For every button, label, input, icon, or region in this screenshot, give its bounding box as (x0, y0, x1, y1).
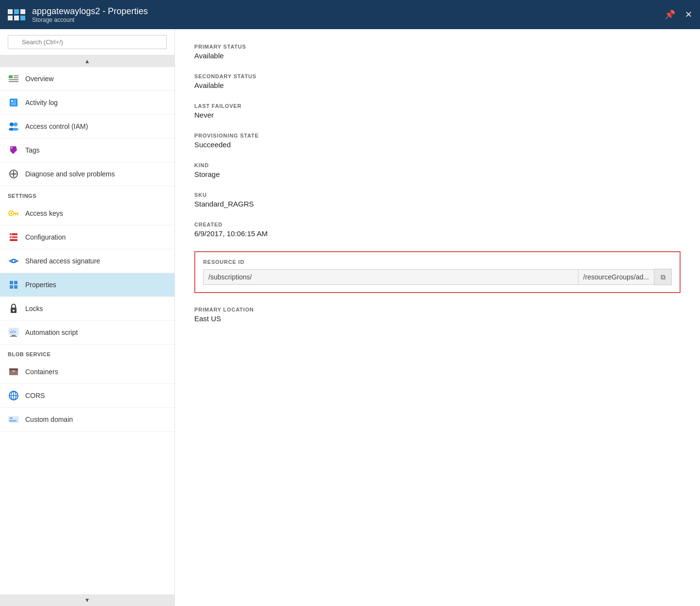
svg-rect-9 (11, 103, 16, 104)
sku-label: SKU (194, 192, 681, 198)
sidebar-item-shared-access-label: Shared access signature (25, 257, 100, 265)
scroll-down-arrow[interactable]: ▼ (0, 594, 174, 606)
sidebar-item-configuration[interactable]: Configuration (0, 225, 174, 249)
created-label: CREATED (194, 222, 681, 227)
cors-icon (8, 390, 19, 401)
sidebar-item-tags[interactable]: Tags (0, 139, 174, 162)
locks-icon (8, 303, 19, 314)
diagnose-icon (8, 168, 19, 180)
sidebar-item-locks-label: Locks (25, 305, 43, 312)
svg-rect-10 (11, 104, 16, 105)
last-failover-label: LAST FAILOVER (194, 103, 681, 109)
sidebar-item-custom-domain-label: Custom domain (25, 416, 73, 423)
svg-rect-6 (11, 100, 13, 102)
title-bar-actions: 📌 ✕ (665, 9, 692, 20)
sidebar-item-access-keys[interactable]: Access keys (0, 202, 174, 225)
sidebar-item-cors[interactable]: CORS (0, 384, 174, 408)
sidebar-item-access-control[interactable]: Access control (IAM) (0, 115, 174, 139)
svg-rect-31 (14, 281, 17, 284)
pin-button[interactable]: 📌 (665, 9, 675, 20)
sidebar-item-cors-label: CORS (25, 392, 45, 399)
activity-log-icon (8, 97, 19, 108)
content-area: PRIMARY STATUS Available SECONDARY STATU… (175, 29, 700, 606)
kind-value: Storage (194, 170, 681, 178)
tags-icon (8, 144, 19, 156)
secondary-status-group: SECONDARY STATUS Available (194, 73, 681, 89)
svg-rect-1 (14, 75, 18, 76)
primary-location-label: PRIMARY LOCATION (194, 307, 681, 312)
sidebar-item-automation-label: Automation script (25, 329, 78, 336)
sidebar-item-shared-access[interactable]: Shared access signature (0, 249, 174, 273)
provisioning-group: PROVISIONING STATE Succeeded (194, 133, 681, 149)
sidebar-item-overview[interactable]: Overview (0, 67, 174, 91)
primary-status-label: PRIMARY STATUS (194, 44, 681, 50)
sidebar-item-containers-label: Containers (25, 368, 58, 376)
shared-access-icon (8, 255, 19, 267)
blob-section-header: BLOB SERVICE (0, 345, 174, 360)
svg-point-20 (10, 212, 12, 214)
svg-rect-30 (10, 281, 13, 284)
svg-rect-28 (11, 237, 12, 238)
main-layout: 🔍 ▲ Overview (0, 29, 700, 606)
sku-value: Standard_RAGRS (194, 200, 681, 208)
svg-rect-21 (13, 213, 18, 214)
secondary-status-label: SECONDARY STATUS (194, 73, 681, 79)
sidebar-item-locks[interactable]: Locks (0, 297, 174, 321)
svg-rect-32 (10, 285, 13, 289)
sidebar-item-properties-label: Properties (25, 281, 56, 289)
svg-rect-5 (10, 99, 17, 106)
sidebar-item-diagnose[interactable]: Diagnose and solve problems (0, 162, 174, 186)
svg-rect-7 (14, 100, 16, 101)
configuration-icon (8, 231, 19, 243)
svg-rect-26 (10, 239, 17, 241)
last-failover-group: LAST FAILOVER Never (194, 103, 681, 119)
scroll-up-arrow[interactable]: ▲ (0, 55, 174, 67)
provisioning-value: Succeeded (194, 140, 681, 149)
last-failover-value: Never (194, 111, 681, 119)
svg-rect-27 (11, 234, 12, 235)
primary-location-group: PRIMARY LOCATION East US (194, 307, 681, 323)
svg-rect-0 (9, 75, 13, 78)
sidebar-item-iam-label: Access control (IAM) (25, 122, 88, 130)
sidebar-item-properties[interactable]: Properties (0, 273, 174, 297)
primary-location-value: East US (194, 314, 681, 323)
svg-point-35 (13, 310, 15, 312)
settings-section-header: SETTINGS (0, 186, 174, 202)
sidebar-item-configuration-label: Configuration (25, 233, 66, 241)
primary-status-group: PRIMARY STATUS Available (194, 44, 681, 60)
sidebar-item-containers[interactable]: Containers (0, 360, 174, 384)
sidebar-item-access-keys-label: Access keys (25, 209, 63, 217)
search-box: 🔍 (0, 29, 174, 55)
svg-rect-33 (14, 285, 17, 289)
close-button[interactable]: ✕ (685, 9, 692, 20)
sidebar-scroll: Overview Activity log (0, 67, 174, 594)
svg-rect-2 (14, 77, 18, 78)
created-group: CREATED 6/9/2017, 10:06:15 AM (194, 222, 681, 238)
sidebar-item-overview-label: Overview (25, 75, 53, 83)
access-keys-icon (8, 208, 19, 219)
search-input[interactable] (8, 35, 167, 49)
overview-icon (8, 73, 19, 85)
svg-rect-23 (15, 214, 16, 215)
svg-rect-3 (9, 79, 18, 80)
resource-id-copy-button[interactable]: ⧉ (654, 269, 672, 285)
svg-rect-42 (12, 370, 15, 372)
sidebar-item-activity-log[interactable]: Activity log (0, 91, 174, 115)
svg-text:www: www (9, 419, 17, 422)
resource-id-input[interactable] (203, 269, 579, 285)
resource-id-suffix: /resourceGroups/ad... (579, 269, 654, 285)
svg-point-12 (14, 122, 17, 126)
kind-label: KIND (194, 162, 681, 168)
kind-group: KIND Storage (194, 162, 681, 178)
title-bar: appgatewaylogs2 - Properties Storage acc… (0, 0, 700, 29)
sidebar-item-activity-log-label: Activity log (25, 99, 58, 106)
sku-group: SKU Standard_RAGRS (194, 192, 681, 208)
app-logo (8, 9, 25, 20)
svg-text:</>: </> (10, 329, 16, 334)
automation-icon: </> (8, 327, 19, 338)
copy-icon: ⧉ (661, 273, 666, 281)
window-title: appgatewaylogs2 - Properties (32, 6, 665, 17)
sidebar-item-custom-domain[interactable]: www Custom domain (0, 408, 174, 432)
sidebar-item-automation[interactable]: </> Automation script (0, 321, 174, 345)
primary-status-value: Available (194, 52, 681, 60)
